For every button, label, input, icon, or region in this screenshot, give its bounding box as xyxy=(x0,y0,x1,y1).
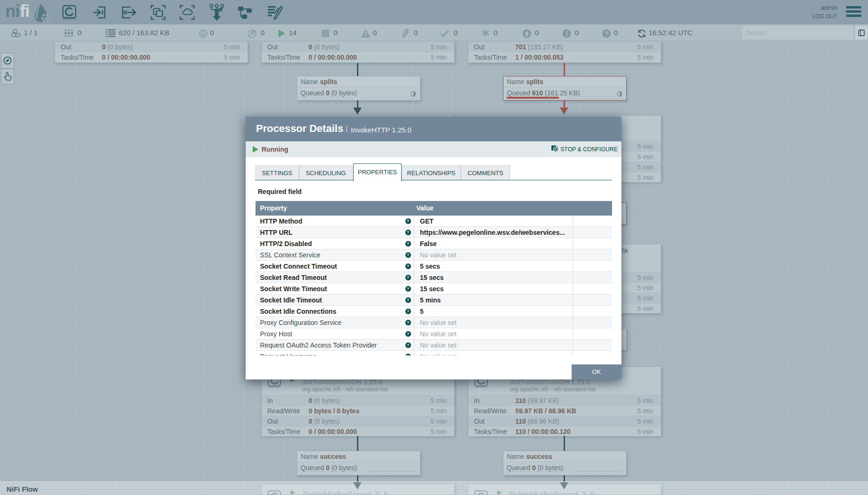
svg-text:?: ? xyxy=(605,30,609,37)
